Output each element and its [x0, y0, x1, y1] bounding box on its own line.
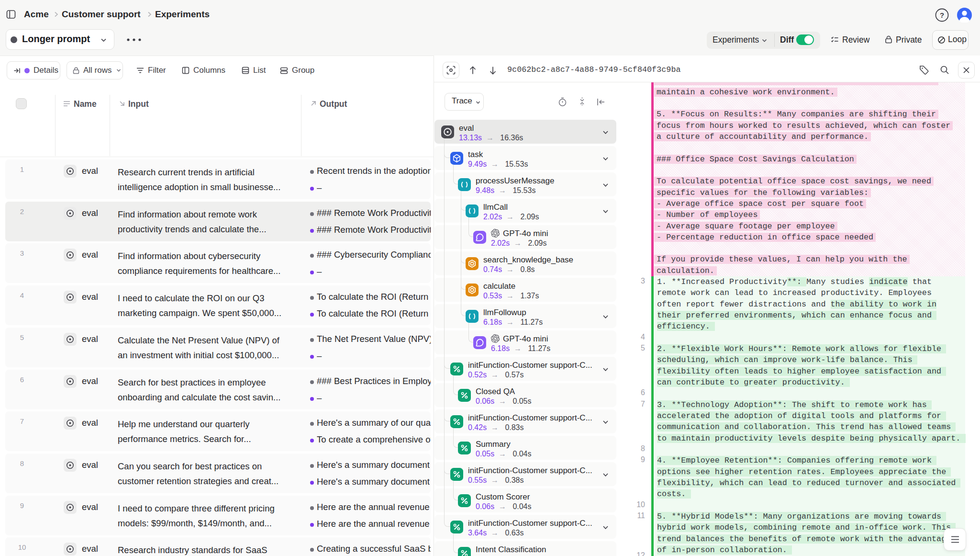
- svg-text:?: ?: [940, 11, 944, 19]
